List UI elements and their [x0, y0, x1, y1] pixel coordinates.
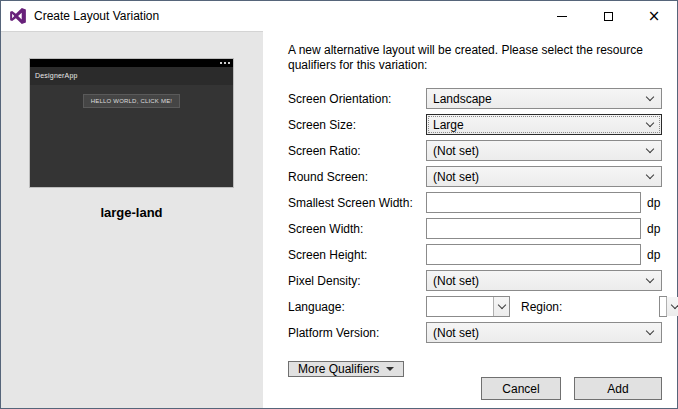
chevron-down-icon — [646, 93, 654, 101]
chevron-down-icon — [670, 301, 678, 309]
pixel-density-select[interactable]: (Not set) — [426, 270, 662, 291]
field-label: Round Screen: — [288, 170, 426, 184]
close-icon: × — [648, 9, 661, 24]
cancel-button[interactable]: Cancel — [481, 377, 561, 400]
layout-preview-thumbnail: DesignerApp HELLO WORLD, CLICK ME! — [29, 58, 234, 188]
form-panel: A new alternative layout will be created… — [263, 31, 677, 408]
field-label: Screen Orientation: — [288, 92, 426, 106]
field-label: Screen Width: — [288, 222, 426, 236]
dialog-description: A new alternative layout will be created… — [288, 43, 660, 73]
maximize-button[interactable] — [585, 1, 631, 31]
unit-label: dp — [647, 196, 662, 210]
preview-status-bar — [30, 59, 233, 67]
form-row-screen-width: Screen Width: dp — [288, 218, 662, 239]
platform-version-select[interactable]: (Not set) — [426, 322, 662, 343]
dropdown-button[interactable] — [493, 297, 509, 316]
variation-name-label: large-land — [29, 205, 234, 220]
maximize-icon — [604, 12, 613, 21]
selected-value: (Not set) — [433, 274, 641, 288]
screen-ratio-select[interactable]: (Not set) — [426, 140, 662, 161]
smallest-screen-width-input[interactable] — [426, 192, 641, 213]
unit-label: dp — [647, 248, 662, 262]
screen-width-input[interactable] — [426, 218, 641, 239]
visual-studio-icon — [9, 7, 27, 25]
unit-label: dp — [647, 222, 662, 236]
field-label: Language: — [288, 300, 426, 314]
field-label: Platform Version: — [288, 326, 426, 340]
region-select[interactable] — [659, 296, 667, 317]
preview-app-title: DesignerApp — [30, 67, 233, 85]
selected-value: (Not set) — [433, 326, 641, 340]
form-row-smallest-screen-width: Smallest Screen Width: dp — [288, 192, 662, 213]
field-label: Screen Height: — [288, 248, 426, 262]
form-row-screen-orientation: Screen Orientation: Landscape — [288, 88, 662, 109]
screen-height-input[interactable] — [426, 244, 641, 265]
screen-size-select[interactable]: Large — [426, 114, 662, 135]
chevron-down-icon — [497, 301, 505, 309]
selected-value: Large — [433, 118, 641, 132]
title-bar: Create Layout Variation × — [1, 1, 677, 31]
preview-panel: DesignerApp HELLO WORLD, CLICK ME! large… — [1, 31, 263, 408]
form-row-screen-height: Screen Height: dp — [288, 244, 662, 265]
qualifier-form: Screen Orientation: Landscape Screen Siz… — [288, 88, 662, 348]
more-qualifiers-label: More Qualifiers — [298, 362, 379, 376]
screen-orientation-select[interactable]: Landscape — [426, 88, 662, 109]
minimize-icon — [557, 16, 567, 17]
dialog-footer: Cancel Add — [288, 377, 662, 400]
window-title: Create Layout Variation — [34, 9, 539, 23]
round-screen-select[interactable]: (Not set) — [426, 166, 662, 187]
status-icon — [224, 62, 226, 64]
form-row-screen-size: Screen Size: Large — [288, 114, 662, 135]
field-label: Screen Ratio: — [288, 144, 426, 158]
chevron-down-icon — [646, 275, 654, 283]
caret-down-icon — [386, 367, 394, 371]
selected-value: (Not set) — [433, 170, 641, 184]
field-label: Smallest Screen Width: — [288, 196, 426, 210]
form-row-round-screen: Round Screen: (Not set) — [288, 166, 662, 187]
dropdown-button[interactable] — [666, 297, 678, 316]
language-select[interactable] — [426, 296, 510, 317]
chevron-down-icon — [646, 145, 654, 153]
window-controls: × — [539, 1, 677, 31]
form-row-platform-version: Platform Version: (Not set) — [288, 322, 662, 343]
minimize-button[interactable] — [539, 1, 585, 31]
status-icon — [220, 62, 222, 64]
field-label: Region: — [521, 300, 659, 314]
selected-value: (Not set) — [433, 144, 641, 158]
preview-hello-button: HELLO WORLD, CLICK ME! — [83, 94, 180, 108]
dialog-body: DesignerApp HELLO WORLD, CLICK ME! large… — [1, 31, 677, 408]
preview-content: HELLO WORLD, CLICK ME! — [30, 85, 233, 187]
create-layout-variation-dialog: Create Layout Variation × DesignerApp HE… — [0, 0, 678, 409]
add-button[interactable]: Add — [574, 377, 662, 400]
close-button[interactable]: × — [631, 1, 677, 31]
form-row-language-region: Language: Region: — [288, 296, 662, 317]
chevron-down-icon — [646, 119, 654, 127]
status-icon — [228, 62, 230, 64]
chevron-down-icon — [646, 171, 654, 179]
more-qualifiers-button[interactable]: More Qualifiers — [288, 361, 404, 377]
field-label: Screen Size: — [288, 118, 426, 132]
selected-value: Landscape — [433, 92, 641, 106]
chevron-down-icon — [646, 327, 654, 335]
field-label: Pixel Density: — [288, 274, 426, 288]
form-row-screen-ratio: Screen Ratio: (Not set) — [288, 140, 662, 161]
form-row-pixel-density: Pixel Density: (Not set) — [288, 270, 662, 291]
